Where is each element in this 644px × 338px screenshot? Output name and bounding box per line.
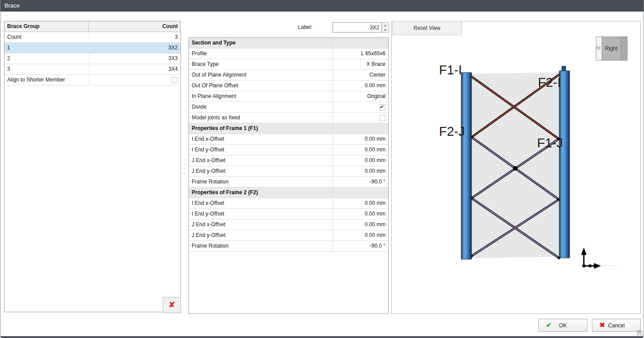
property-row[interactable]: I End y-Offset 0.00 mm [189, 209, 388, 220]
model-joints-fixed-checkbox[interactable] [379, 115, 386, 121]
property-row[interactable]: I End x-Offset 0.00 mm [189, 198, 388, 209]
section-header: Section and Type [189, 38, 388, 49]
view-cube[interactable]: Front Right [596, 37, 628, 61]
table-row[interactable]: 3 3X4 [4, 64, 180, 75]
label-spinner[interactable]: ▲ ▼ [382, 22, 389, 33]
brace-3d-scene: F1-I F2-I F2-J F1-J [392, 21, 640, 314]
property-row[interactable]: Model joints as fixed [189, 113, 388, 123]
view-cube-front-face[interactable]: Front [596, 37, 602, 60]
delete-brace-group-button[interactable]: ✘ [163, 297, 181, 313]
property-grid: Section and Type Profile L 65x65x6 Brace… [189, 37, 389, 314]
header-count: Count [89, 21, 180, 32]
property-row[interactable]: I End y-Offset 0.00 mm [189, 145, 388, 155]
property-row[interactable]: Frame Rotation -90.0 ° [189, 177, 388, 187]
brace-dialog: Brace Brace Group Count Count 3 1 3X2 2 … [0, 0, 644, 338]
property-row[interactable]: Profile L 65x65x6 [189, 49, 388, 59]
ok-button[interactable]: ✔ OK [538, 319, 587, 332]
property-row[interactable]: Frame Rotation -90.0 ° [189, 241, 388, 252]
label-input[interactable]: 3X2 [332, 22, 382, 33]
label-caption: Label: [298, 24, 312, 30]
align-shorter-member-checkbox[interactable] [172, 77, 178, 83]
title-bar: Brace [0, 0, 644, 12]
left-table-header: Brace Group Count [4, 21, 180, 32]
table-row[interactable]: Count 3 [4, 32, 180, 43]
label-f2-i: F2-I [538, 75, 561, 90]
property-row[interactable]: J End y-Offset 0.00 mm [189, 166, 388, 177]
table-row[interactable]: Align to Shorter Member [4, 75, 180, 86]
view-cube-back-face[interactable] [621, 37, 627, 60]
label-f1-j: F1-J [537, 136, 563, 150]
header-brace-group: Brace Group [4, 21, 89, 32]
property-row[interactable]: In Plane Alignment Original [189, 91, 388, 102]
section-header: Properties of Frame 1 (F1) [189, 123, 388, 134]
property-row[interactable]: Out of Plane Alignment Center [189, 70, 388, 81]
property-row[interactable]: Divide [189, 102, 388, 113]
table-row-selected[interactable]: 1 3X2 [4, 43, 180, 53]
dialog-title: Brace [4, 2, 20, 9]
spinner-down-icon[interactable]: ▼ [382, 28, 389, 33]
property-row[interactable]: Out Of Plane Offset 0.00 mm [189, 81, 388, 91]
label-f1-i: F1-I [439, 63, 462, 77]
divide-checkbox[interactable] [379, 104, 386, 110]
view-cube-right-face[interactable]: Right [602, 37, 621, 60]
section-header: Properties of Frame 2 (F2) [189, 187, 388, 198]
property-row[interactable]: I End x-Offset 0.00 mm [189, 134, 388, 145]
3d-viewport[interactable]: F1-I F2-I F2-J F1-J Reset View Front Rig… [391, 21, 641, 314]
property-row[interactable]: J End x-Offset 0.00 mm [189, 155, 388, 166]
label-f2-j: F2-J [439, 124, 465, 138]
panel-splitter-handle[interactable] [182, 159, 186, 174]
axis-triad-icon [582, 249, 618, 268]
spinner-up-icon[interactable]: ▲ [382, 23, 389, 28]
property-row[interactable]: J End x-Offset 0.00 mm [189, 220, 388, 230]
property-row[interactable]: J End y-Offset 0.00 mm [189, 230, 388, 241]
brace-group-panel: Brace Group Count Count 3 1 3X2 2 3X3 3 … [4, 21, 181, 312]
label-field-row: Label: 3X2 ▲ ▼ [286, 22, 389, 33]
table-row[interactable]: 2 3X3 [4, 53, 180, 64]
property-row[interactable]: Brace Type X Brace [189, 59, 388, 70]
cancel-button[interactable]: ✖ Cancel [592, 319, 641, 332]
reset-view-button[interactable]: Reset View [392, 21, 462, 35]
resize-grip[interactable] [637, 330, 643, 336]
red-x-icon: ✘ [168, 301, 175, 309]
